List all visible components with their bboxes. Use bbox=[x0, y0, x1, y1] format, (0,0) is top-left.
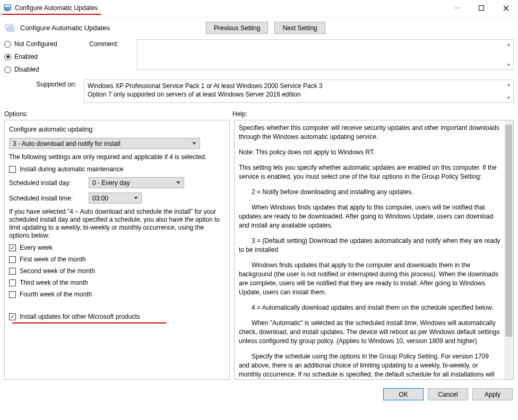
minimize-button[interactable] bbox=[445, 0, 469, 16]
radio-icon bbox=[4, 54, 11, 60]
state-radio-group: Not Configured Enabled Disabled bbox=[4, 37, 79, 73]
help-pane: Specifies whether this computer will rec… bbox=[234, 120, 514, 380]
scheduled-time-value: 03:00 bbox=[92, 195, 108, 202]
cancel-label: Cancel bbox=[438, 391, 457, 398]
supported-row: Supported on: Windows XP Professional Se… bbox=[0, 73, 518, 105]
footer-buttons: OK Cancel Apply bbox=[0, 384, 518, 405]
scheduled-time-label: Scheduled install time: bbox=[9, 195, 83, 202]
help-option-desc: Specify the schedule using the options i… bbox=[239, 352, 500, 380]
scroll-down-icon[interactable]: ▾ bbox=[505, 61, 513, 69]
previous-setting-label: Previous Setting bbox=[214, 24, 260, 32]
help-para: Note: This policy does not apply to Wind… bbox=[239, 148, 500, 157]
annotation-underline bbox=[2, 14, 101, 15]
svg-rect-8 bbox=[7, 27, 14, 31]
checkbox-fourth-week[interactable]: Fourth week of the month bbox=[9, 291, 225, 298]
maximize-button[interactable] bbox=[469, 0, 494, 16]
checkbox-icon bbox=[9, 244, 16, 251]
checkbox-label: Fourth week of the month bbox=[20, 291, 92, 298]
comment-label: Comment: bbox=[89, 39, 132, 73]
configure-updating-heading: Configure automatic updating: bbox=[9, 126, 225, 134]
next-setting-button[interactable]: Next Setting bbox=[274, 22, 325, 34]
help-option-desc: When Windows finds updates that apply to… bbox=[239, 203, 500, 230]
annotation-underline bbox=[12, 322, 166, 323]
supported-on-box: Windows XP Professional Service Pack 1 o… bbox=[84, 80, 514, 103]
checkbox-icon bbox=[9, 256, 16, 263]
scrollbar-thumb[interactable] bbox=[505, 125, 512, 337]
note-if-4: The following settings are only required… bbox=[9, 153, 225, 161]
apply-button[interactable]: Apply bbox=[472, 388, 513, 400]
checkbox-second-week[interactable]: Second week of the month bbox=[9, 267, 225, 275]
policy-name: Configure Automatic Updates bbox=[20, 24, 195, 32]
checkbox-label: Third week of the month bbox=[20, 279, 88, 286]
update-mode-value: 3 - Auto download and notify for install bbox=[13, 140, 120, 147]
checkbox-install-maintenance[interactable]: Install during automatic maintenance bbox=[9, 165, 225, 173]
window-controls bbox=[445, 0, 518, 16]
options-label: Options: bbox=[4, 110, 232, 118]
help-content: Specifies whether this computer will rec… bbox=[239, 124, 512, 380]
app-icon bbox=[3, 4, 12, 12]
help-option-desc: Windows finds updates that apply to the … bbox=[239, 261, 500, 297]
title-bar: Configure Automatic Updates bbox=[0, 0, 518, 16]
help-option: 4 = Automatically download updates and i… bbox=[239, 303, 500, 312]
svg-rect-4 bbox=[479, 6, 484, 11]
radio-label: Enabled bbox=[14, 53, 38, 60]
checkbox-label: Second week of the month bbox=[20, 267, 95, 275]
next-setting-label: Next Setting bbox=[282, 24, 317, 32]
radio-label: Disabled bbox=[14, 66, 39, 73]
header-row: Configure Automatic Updates Previous Set… bbox=[0, 18, 518, 37]
ok-label: OK bbox=[399, 391, 408, 398]
help-option: 3 = (Default setting) Download the updat… bbox=[239, 237, 500, 255]
scheduled-day-label: Scheduled install day: bbox=[9, 179, 83, 187]
checkbox-first-week[interactable]: First week of the month bbox=[9, 256, 225, 263]
scheduled-day-select[interactable]: 0 - Every day bbox=[89, 177, 184, 188]
radio-icon bbox=[4, 66, 11, 73]
scroll-down-icon[interactable]: ▾ bbox=[505, 94, 513, 102]
checkbox-icon bbox=[9, 166, 16, 173]
radio-icon bbox=[4, 41, 11, 48]
checkbox-label: First week of the month bbox=[20, 256, 86, 263]
help-option-desc: When "Automatic" is selected as the sche… bbox=[239, 319, 500, 346]
cancel-button[interactable]: Cancel bbox=[428, 388, 468, 400]
policy-icon bbox=[4, 23, 15, 33]
radio-not-configured[interactable]: Not Configured bbox=[4, 40, 79, 48]
checkbox-every-week[interactable]: Every week bbox=[9, 244, 225, 251]
window-title: Configure Automatic Updates bbox=[15, 4, 98, 12]
scheduled-time-select[interactable]: 03:00 bbox=[89, 192, 142, 204]
checkbox-icon bbox=[9, 291, 16, 298]
close-button[interactable] bbox=[494, 0, 518, 16]
checkbox-label: Every week bbox=[20, 244, 53, 251]
supported-line: Windows XP Professional Service Pack 1 o… bbox=[88, 82, 510, 90]
state-row: Not Configured Enabled Disabled Comment:… bbox=[0, 37, 518, 73]
scroll-up-icon[interactable]: ▴ bbox=[505, 81, 513, 89]
svg-rect-2 bbox=[6, 10, 9, 11]
checkbox-other-ms-products[interactable]: Install updates for other Microsoft prod… bbox=[9, 313, 225, 320]
help-label: Help: bbox=[232, 110, 247, 118]
svg-rect-1 bbox=[5, 5, 10, 7]
schedule-note: If you have selected "4 – Auto download … bbox=[9, 208, 225, 240]
pane-labels: Options: Help: bbox=[0, 105, 518, 120]
apply-label: Apply bbox=[485, 391, 500, 398]
help-para: This setting lets you specify whether au… bbox=[239, 163, 500, 181]
checkbox-icon bbox=[9, 313, 16, 320]
checkbox-third-week[interactable]: Third week of the month bbox=[9, 279, 225, 286]
radio-disabled[interactable]: Disabled bbox=[4, 66, 79, 73]
radio-label: Not Configured bbox=[14, 40, 57, 48]
radio-enabled[interactable]: Enabled bbox=[4, 53, 79, 60]
update-mode-select[interactable]: 3 - Auto download and notify for install bbox=[9, 138, 200, 149]
previous-setting-button[interactable]: Previous Setting bbox=[206, 22, 268, 34]
scheduled-day-value: 0 - Every day bbox=[92, 179, 130, 187]
checkbox-label: Install during automatic maintenance bbox=[20, 165, 123, 173]
checkbox-label: Install updates for other Microsoft prod… bbox=[20, 313, 140, 320]
scrollbar-track[interactable] bbox=[504, 120, 513, 379]
checkbox-icon bbox=[9, 268, 16, 275]
help-option: 2 = Notify before downloading and instal… bbox=[239, 188, 500, 197]
checkbox-icon bbox=[9, 279, 16, 286]
supported-on-label: Supported on: bbox=[4, 80, 79, 103]
options-pane: Configure automatic updating: 3 - Auto d… bbox=[4, 120, 230, 380]
ok-button[interactable]: OK bbox=[383, 388, 424, 400]
comment-textarea[interactable]: ▴ ▾ bbox=[137, 39, 514, 70]
scroll-up-icon[interactable]: ▴ bbox=[505, 40, 513, 48]
help-para: Specifies whether this computer will rec… bbox=[239, 124, 500, 142]
supported-line: Option 7 only supported on servers of at… bbox=[88, 90, 510, 99]
